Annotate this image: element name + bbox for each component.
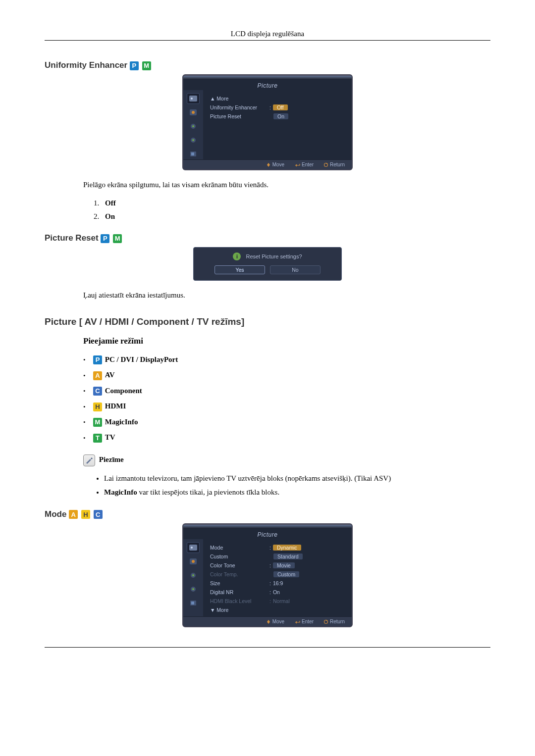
svg-point-12: [191, 547, 193, 549]
a-icon: A: [93, 371, 102, 380]
heading-mode-text: Mode: [45, 509, 66, 519]
sound-tab-icon: [187, 107, 200, 118]
mode-t: T TV: [83, 430, 490, 446]
return-hint: Return: [323, 619, 345, 624]
picture-reset-desc: Ļauj atiestatīt ekrāna iestatījumus.: [83, 290, 490, 301]
heading-uniformity-text: Uniformity Enhancer: [45, 60, 127, 70]
osd1-title: Picture: [183, 79, 352, 90]
osd2-more: ▼ More: [210, 607, 269, 613]
note-item-1: Lai izmantotu televizoru, tam jāpievieno…: [104, 471, 490, 486]
picture-tab-icon: [187, 93, 200, 104]
r-custom: Custom: [210, 554, 269, 559]
h-icon: H: [81, 510, 90, 519]
osd-footer: Move Enter Return: [183, 159, 352, 169]
sound-tab-icon: [187, 556, 200, 567]
available-modes-heading: Pieejamie režīmi: [83, 336, 490, 346]
v-movie: Movie: [273, 562, 295, 568]
no-button[interactable]: No: [270, 265, 321, 274]
m-icon: M: [113, 234, 122, 243]
v-custom: Custom: [273, 571, 299, 577]
c-icon: C: [94, 510, 103, 519]
svg-point-18: [192, 588, 194, 590]
osd1-on: On: [273, 113, 288, 119]
dialog-question: Reset Picture settings?: [246, 253, 302, 259]
v-dynamic: Dynamic: [273, 545, 301, 551]
multi-tab-icon: [187, 584, 200, 595]
svg-point-10: [324, 163, 327, 167]
r-dnr: Digital NR: [210, 589, 269, 595]
uniformity-desc: Pielāgo ekrāna spilgtumu, lai tas visam …: [83, 179, 490, 191]
m-icon: M: [142, 61, 151, 70]
v-on: On: [273, 589, 280, 595]
h-icon: H: [93, 403, 102, 411]
heading-uniformity: Uniformity Enhancer P M: [45, 60, 490, 70]
info-tab-icon: [187, 149, 200, 159]
setup-tab-icon: [187, 570, 200, 581]
v-normal: Normal: [273, 598, 290, 604]
note-icon: [83, 454, 95, 466]
svg-rect-11: [189, 545, 197, 551]
opt-on: On: [101, 210, 490, 223]
page-header: LCD displeja regulēšana: [45, 30, 490, 41]
setup-tab-icon: [187, 121, 200, 132]
a-icon: A: [69, 510, 78, 519]
svg-point-3: [192, 111, 195, 114]
dialog-screenshot: i Reset Picture settings? Yes No: [45, 247, 490, 281]
mode-p: P PC / DVI / DisplayPort: [83, 352, 490, 368]
picture-tab-icon: [187, 542, 200, 553]
m-icon: M: [93, 418, 102, 427]
yes-button[interactable]: Yes: [214, 265, 265, 274]
mode-m: M MagicInfo: [83, 414, 490, 430]
note-heading: Piezīme: [83, 454, 490, 466]
info-tab-icon: [187, 598, 200, 608]
heading-picture-modes: Picture [ AV / HDMI / Component / TV rež…: [45, 316, 490, 327]
svg-point-14: [192, 560, 195, 563]
osd1-row1: Uniformity Enhancer: [210, 104, 269, 110]
mode-a: A AV: [83, 367, 490, 383]
osd-screenshot-1: Picture ▲ More: [45, 74, 490, 170]
svg-point-7: [192, 139, 194, 141]
heading-picture-reset-text: Picture Reset: [45, 233, 99, 243]
osd1-more: ▲ More: [210, 94, 347, 103]
move-hint: Move: [266, 619, 284, 624]
v-standard: Standard: [273, 554, 303, 559]
svg-rect-0: [189, 96, 197, 101]
move-hint: Move: [266, 162, 284, 167]
page-footer-line: [45, 647, 490, 648]
heading-picture-reset: Picture Reset P M: [45, 233, 490, 243]
p-icon: P: [130, 61, 139, 70]
enter-hint: Enter: [294, 619, 314, 624]
p-icon: P: [101, 234, 109, 243]
osd-screenshot-2: Picture Mode:Dynamic: [45, 523, 490, 627]
mode-h: H HDMI: [83, 399, 490, 414]
p-icon: P: [93, 355, 102, 364]
note-item-2: MagicInfo var tikt iespējots tikai, ja p…: [104, 485, 490, 500]
svg-point-21: [324, 620, 327, 623]
enter-hint: Enter: [294, 162, 314, 167]
r-colortemp: Color Temp.: [210, 571, 269, 577]
r-hdmi: HDMI Black Level: [210, 598, 269, 604]
r-mode: Mode: [210, 545, 269, 551]
return-hint: Return: [323, 162, 345, 167]
osd-sidebar: [183, 90, 203, 159]
info-icon: i: [233, 252, 241, 260]
opt-off: Off: [101, 197, 490, 210]
r-colortone: Color Tone: [210, 562, 269, 568]
osd1-row2: Picture Reset: [210, 113, 269, 119]
v-size: 16:9: [273, 580, 283, 586]
r-size: Size: [210, 580, 269, 586]
mode-c: C Component: [83, 383, 490, 399]
heading-mode: Mode A H C: [45, 509, 490, 519]
svg-rect-20: [191, 602, 194, 605]
multi-tab-icon: [187, 135, 200, 146]
osd2-title: Picture: [183, 528, 352, 539]
svg-point-5: [192, 125, 194, 127]
c-icon: C: [93, 387, 102, 396]
svg-point-1: [191, 98, 193, 100]
osd1-off: Off: [273, 104, 288, 110]
svg-rect-9: [191, 152, 194, 155]
svg-point-16: [192, 574, 194, 576]
t-icon: T: [93, 434, 102, 443]
